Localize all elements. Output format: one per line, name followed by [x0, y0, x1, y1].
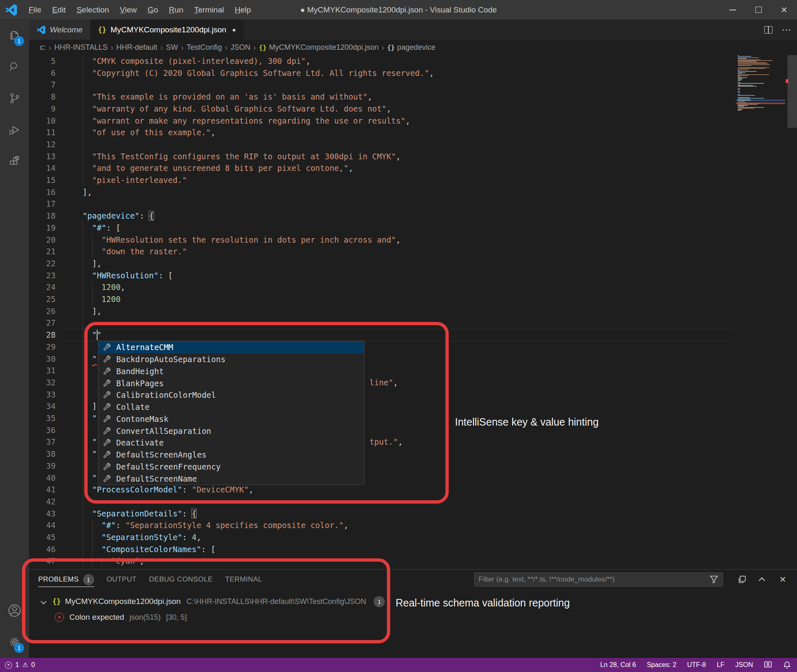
status-item-json[interactable]: JSON — [735, 661, 753, 669]
status-item-spaces[interactable]: Spaces: 2 — [647, 661, 676, 669]
panel-maximize-icon[interactable] — [759, 577, 765, 584]
code-text: "HWResolution sets the resolution in dot… — [102, 234, 401, 246]
problems-summary[interactable]: ✕ 1 ⚠ 0 — [0, 661, 35, 669]
sidebar-item-run-debug[interactable] — [0, 114, 29, 146]
feedback-icon[interactable] — [764, 661, 772, 669]
breadcrumb-separator-icon: › — [381, 43, 384, 52]
filter-icon[interactable] — [709, 575, 719, 584]
split-editor-icon[interactable] — [764, 26, 773, 34]
code-text: " — [92, 472, 97, 484]
breadcrumb-item[interactable]: c:› — [40, 43, 54, 52]
code-line: 28"" — [29, 329, 735, 341]
menu-run[interactable]: Run — [164, 0, 189, 19]
sidebar-item-explorer[interactable]: 1 — [0, 19, 29, 51]
suggestion-item[interactable]: BandHeight — [98, 365, 364, 377]
sidebar-item-extensions[interactable] — [0, 146, 29, 177]
suggestion-item[interactable]: AlternateCMM — [98, 341, 364, 353]
suggestion-item[interactable]: DefaultScreenFrequency — [98, 461, 364, 473]
code-editor[interactable]: 5"CMYK composite (pixel-interleaved), 30… — [29, 55, 797, 569]
suggestion-item[interactable]: Collate — [98, 401, 364, 413]
suggestion-item[interactable]: BlankPages — [98, 377, 364, 389]
menu-help[interactable]: Help — [229, 0, 256, 19]
suggestion-item[interactable]: ConvertAllSeparation — [98, 425, 364, 437]
menu-file[interactable]: File — [23, 0, 47, 19]
suggestion-item[interactable]: BackdropAutoSeparations — [98, 353, 364, 365]
panel-tab-output[interactable]: OUTPUT — [107, 570, 137, 589]
menu-go[interactable]: Go — [142, 0, 163, 19]
suggestion-item[interactable]: DefaultScreenAngles — [98, 449, 364, 461]
chevron-down-icon — [41, 599, 46, 604]
panel-tab-debug-console[interactable]: DEBUG CONSOLE — [149, 570, 213, 589]
breadcrumb-item[interactable]: HHR-default› — [116, 43, 166, 52]
code-line: 47"Cyan", — [29, 555, 735, 567]
suggestion-label: ContoneMask — [116, 414, 169, 424]
code-line: 14"and to generate unscreened 8 bits per… — [29, 162, 735, 174]
close-button[interactable]: ✕ — [771, 0, 797, 19]
line-number: 46 — [29, 543, 56, 555]
filter-input[interactable] — [474, 575, 709, 584]
error-message: Colon expected — [69, 613, 124, 622]
copy-icon[interactable] — [738, 575, 746, 584]
line-number: 37 — [29, 436, 56, 448]
menu-view[interactable]: View — [115, 0, 142, 19]
breadcrumb-item[interactable]: {}pagedevice — [387, 43, 435, 52]
json-file-icon: {} — [52, 597, 61, 606]
window-title: ● MyCMYKComposite1200dpi.json - Visual S… — [300, 5, 497, 15]
code-text: "Cyan", — [111, 555, 144, 567]
minimap-line — [738, 65, 751, 66]
problem-file-row[interactable]: {} MyCMYKComposite1200dpi.json C:\HHR-IN… — [29, 594, 385, 609]
code-line: 10"warrant or make any representations r… — [29, 115, 735, 127]
code-text: "warranty of any kind. Global Graphics S… — [92, 103, 391, 115]
code-line: 26], — [29, 305, 735, 317]
breadcrumb[interactable]: c:›HHR-INSTALLS›HHR-default›SW›TestConfi… — [29, 40, 797, 55]
suggestion-item[interactable]: Deactivate — [98, 437, 364, 449]
status-item-ln[interactable]: Ln 28, Col 6 — [600, 661, 636, 669]
bell-icon[interactable] — [783, 661, 791, 669]
suggestion-label: Deactivate — [116, 438, 164, 447]
panel-close-icon[interactable]: ✕ — [779, 575, 786, 584]
menu-edit[interactable]: Edit — [47, 0, 71, 19]
suggestion-item[interactable]: DefaultScreenName — [98, 472, 364, 485]
code-text: ], — [92, 305, 102, 317]
account-button[interactable] — [0, 595, 29, 626]
breadcrumb-item[interactable]: JSON› — [230, 43, 259, 52]
line-number: 19 — [29, 222, 56, 234]
suggestion-item[interactable]: ContoneMask — [98, 413, 364, 425]
editor-scrollbar[interactable] — [787, 55, 797, 128]
tab-welcome[interactable]: Welcome — [29, 19, 90, 40]
minimap[interactable] — [736, 55, 785, 569]
breadcrumb-item[interactable]: SW› — [166, 43, 187, 52]
problem-error-row[interactable]: ✕ Colon expected json(515) [30, 5] — [29, 609, 187, 625]
maximize-button[interactable] — [746, 0, 771, 19]
breadcrumb-item[interactable]: TestConfig› — [186, 43, 230, 52]
line-number: 33 — [29, 389, 56, 401]
panel-tab-label: DEBUG CONSOLE — [149, 575, 213, 584]
property-wrench-icon — [103, 391, 111, 399]
panel-action-icons: ✕ — [738, 570, 786, 589]
minimap-line — [738, 73, 742, 74]
minimize-button[interactable] — [720, 0, 746, 19]
settings-button[interactable]: 1 — [0, 626, 29, 658]
breadcrumb-separator-icon: › — [225, 43, 228, 52]
breadcrumb-item[interactable]: HHR-INSTALLS› — [54, 43, 116, 52]
panel-tab-terminal[interactable]: TERMINAL — [225, 570, 262, 589]
panel-tab-problems[interactable]: PROBLEMS1 — [38, 570, 94, 589]
menu-terminal[interactable]: Terminal — [189, 0, 230, 19]
breadcrumb-label: JSON — [230, 43, 250, 52]
intellisense-popup[interactable]: AlternateCMMBackdropAutoSeparationsBandH… — [98, 341, 364, 485]
suggestion-item[interactable]: CalibrationColorModel — [98, 389, 364, 401]
menu-selection[interactable]: Selection — [71, 0, 114, 19]
code-line: 8"This example is provided on an 'as is'… — [29, 91, 735, 103]
source-control-icon — [8, 92, 21, 105]
status-item-lf[interactable]: LF — [717, 661, 725, 669]
panel-tab-label: OUTPUT — [107, 575, 137, 584]
tab-active-file[interactable]: {} MyCMYKComposite1200dpi.json ● — [90, 19, 244, 40]
sidebar-item-search[interactable] — [0, 51, 29, 83]
code-line: 46"CompositeColorNames": [ — [29, 543, 735, 555]
more-actions-icon[interactable]: ⋯ — [782, 24, 791, 35]
breadcrumb-item[interactable]: {}MyCMYKComposite1200dpi.json› — [259, 43, 387, 52]
status-item-utf-8[interactable]: UTF-8 — [687, 661, 706, 669]
sidebar-item-source-control[interactable] — [0, 83, 29, 114]
line-number: 22 — [29, 258, 56, 270]
vscode-logo-icon — [5, 4, 17, 16]
